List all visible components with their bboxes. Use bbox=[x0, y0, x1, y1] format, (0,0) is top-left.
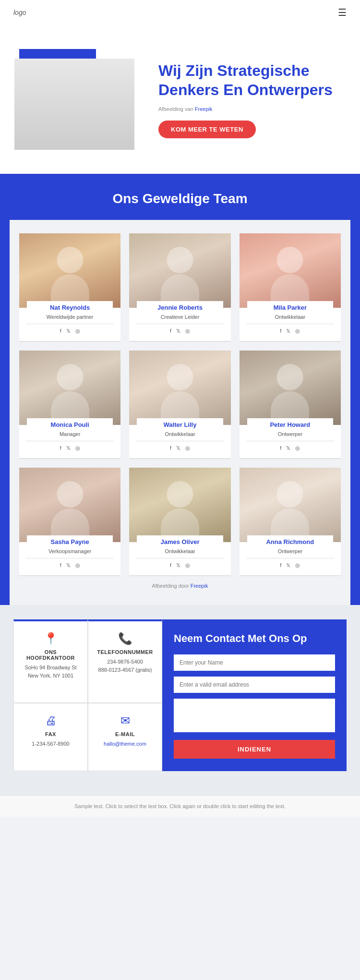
twitter-icon[interactable]: 𝕏 bbox=[286, 562, 290, 569]
twitter-icon[interactable]: 𝕏 bbox=[66, 328, 71, 334]
team-member-role: Creatieve Leider bbox=[129, 314, 230, 320]
team-name-label: Sasha Payne bbox=[27, 535, 113, 546]
twitter-icon[interactable]: 𝕏 bbox=[176, 562, 180, 569]
facebook-icon[interactable]: f bbox=[280, 328, 281, 334]
team-attribution: Afbeelding door Freepik bbox=[19, 576, 341, 595]
instagram-icon[interactable]: ◎ bbox=[75, 328, 80, 334]
team-card: Sasha Payne Verkoopsmanager f 𝕏 ◎ bbox=[19, 468, 120, 576]
facebook-icon[interactable]: f bbox=[170, 328, 171, 334]
office-label: ONS HOOFDKANTOOR bbox=[21, 649, 81, 661]
team-member-role: Ontwikkelaar bbox=[129, 548, 230, 554]
team-member-role: Ontwikkelaar bbox=[240, 314, 341, 320]
person-head bbox=[57, 364, 83, 390]
facebook-icon[interactable]: f bbox=[60, 562, 61, 569]
message-input[interactable] bbox=[174, 699, 335, 732]
team-member-name: Walter Lilly bbox=[141, 421, 219, 428]
instagram-icon[interactable]: ◎ bbox=[295, 328, 300, 334]
instagram-icon[interactable]: ◎ bbox=[295, 445, 300, 451]
email-link[interactable]: hallo@theme.com bbox=[104, 741, 146, 747]
team-member-name: Peter Howard bbox=[251, 421, 330, 428]
navbar: logo ☰ bbox=[0, 0, 360, 25]
team-name-label: Walter Lilly bbox=[137, 418, 223, 429]
team-photo-5 bbox=[240, 351, 341, 425]
contact-office-box: 📍 ONS HOOFDKANTOOR SoHo 94 Broadway StNe… bbox=[13, 619, 88, 703]
team-photo-8 bbox=[240, 468, 341, 542]
facebook-icon[interactable]: f bbox=[280, 445, 281, 451]
person-head bbox=[167, 481, 193, 508]
logo: logo bbox=[13, 9, 26, 16]
team-member-name: Jennie Roberts bbox=[141, 304, 219, 311]
fax-icon: 🖨 bbox=[21, 714, 81, 727]
team-photo-7 bbox=[129, 468, 230, 542]
facebook-icon[interactable]: f bbox=[60, 328, 61, 334]
instagram-icon[interactable]: ◎ bbox=[75, 445, 80, 451]
email-address: hallo@theme.com bbox=[95, 740, 155, 748]
social-icons: f 𝕏 ◎ bbox=[246, 324, 334, 334]
team-member-role: Verkoopsmanager bbox=[19, 548, 120, 554]
twitter-icon[interactable]: 𝕏 bbox=[176, 445, 180, 451]
contact-section: 📍 ONS HOOFDKANTOOR SoHo 94 Broadway StNe… bbox=[0, 605, 360, 795]
facebook-icon[interactable]: f bbox=[170, 562, 171, 569]
facebook-icon[interactable]: f bbox=[170, 445, 171, 451]
team-name-label: James Oliver bbox=[137, 535, 223, 546]
instagram-icon[interactable]: ◎ bbox=[75, 562, 80, 569]
team-photo-3 bbox=[19, 351, 120, 425]
team-member-role: Wereldwijde partner bbox=[19, 314, 120, 320]
twitter-icon[interactable]: 𝕏 bbox=[66, 445, 71, 451]
team-photo-2 bbox=[240, 233, 341, 308]
team-member-name: James Oliver bbox=[141, 538, 219, 545]
team-photo-1 bbox=[129, 233, 230, 308]
hero-attribution: Afbeelding van Freepik bbox=[158, 106, 341, 112]
team-grid: Nat Reynolds Wereldwijde partner f 𝕏 ◎ J… bbox=[19, 233, 341, 576]
team-member-name: Mila Parker bbox=[251, 304, 330, 311]
facebook-icon[interactable]: f bbox=[280, 562, 281, 569]
fax-label: FAX bbox=[21, 731, 81, 737]
team-photo-0 bbox=[19, 233, 120, 308]
social-icons: f 𝕏 ◎ bbox=[26, 324, 114, 334]
instagram-icon[interactable]: ◎ bbox=[295, 562, 300, 569]
team-member-role: Ontwikkelaar bbox=[129, 431, 230, 437]
team-grid-wrapper: Nat Reynolds Wereldwijde partner f 𝕏 ◎ J… bbox=[10, 220, 350, 605]
hero-photo bbox=[14, 59, 134, 150]
twitter-icon[interactable]: 𝕏 bbox=[66, 562, 71, 569]
hero-cta-button[interactable]: KOM MEER TE WETEN bbox=[158, 121, 256, 138]
team-card: Monica Pouli Manager f 𝕏 ◎ bbox=[19, 351, 120, 459]
twitter-icon[interactable]: 𝕏 bbox=[286, 328, 290, 334]
instagram-icon[interactable]: ◎ bbox=[185, 445, 190, 451]
twitter-icon[interactable]: 𝕏 bbox=[286, 445, 290, 451]
team-member-name: Sasha Payne bbox=[31, 538, 109, 545]
contact-phone-box: 📞 TELEFOONNUMMER 234-9876-5400888-0123-4… bbox=[88, 619, 162, 703]
contact-form-title: Neem Contact Met Ons Op bbox=[174, 632, 335, 646]
hero-section: Wij Zijn Strategische Denkers En Ontwerp… bbox=[0, 25, 360, 174]
team-name-label: Peter Howard bbox=[247, 418, 334, 429]
team-card: Anna Richmond Ontwerper f 𝕏 ◎ bbox=[240, 468, 341, 576]
team-member-name: Nat Reynolds bbox=[31, 304, 109, 311]
team-attribution-link[interactable]: Freepik bbox=[191, 583, 208, 589]
twitter-icon[interactable]: 𝕏 bbox=[176, 328, 180, 334]
person-head bbox=[277, 247, 303, 273]
team-member-role: Ontwerper bbox=[240, 548, 341, 554]
team-heading: Ons Geweldige Team bbox=[10, 191, 350, 206]
facebook-icon[interactable]: f bbox=[60, 445, 61, 451]
email-input[interactable] bbox=[174, 677, 335, 693]
hero-title: Wij Zijn Strategische Denkers En Ontwerp… bbox=[158, 61, 341, 99]
instagram-icon[interactable]: ◎ bbox=[185, 328, 190, 334]
team-name-label: Mila Parker bbox=[247, 301, 334, 312]
email-icon: ✉ bbox=[95, 714, 155, 727]
hamburger-icon[interactable]: ☰ bbox=[338, 7, 347, 18]
name-input[interactable] bbox=[174, 654, 335, 671]
submit-button[interactable]: INDIENEN bbox=[174, 740, 335, 759]
person-head bbox=[277, 364, 303, 390]
hero-attribution-link[interactable]: Freepik bbox=[195, 106, 213, 112]
person-head bbox=[57, 481, 83, 508]
fax-number: 1-234-567-8900 bbox=[21, 740, 81, 748]
team-name-label: Nat Reynolds bbox=[27, 301, 113, 312]
person-head bbox=[167, 364, 193, 390]
person-head bbox=[57, 247, 83, 273]
social-icons: f 𝕏 ◎ bbox=[26, 441, 114, 451]
social-icons: f 𝕏 ◎ bbox=[136, 558, 224, 569]
instagram-icon[interactable]: ◎ bbox=[185, 562, 190, 569]
contact-email-box: ✉ E-MAIL hallo@theme.com bbox=[88, 703, 162, 771]
social-icons: f 𝕏 ◎ bbox=[136, 324, 224, 334]
office-address: SoHo 94 Broadway StNew York, NY 1001 bbox=[21, 664, 81, 679]
